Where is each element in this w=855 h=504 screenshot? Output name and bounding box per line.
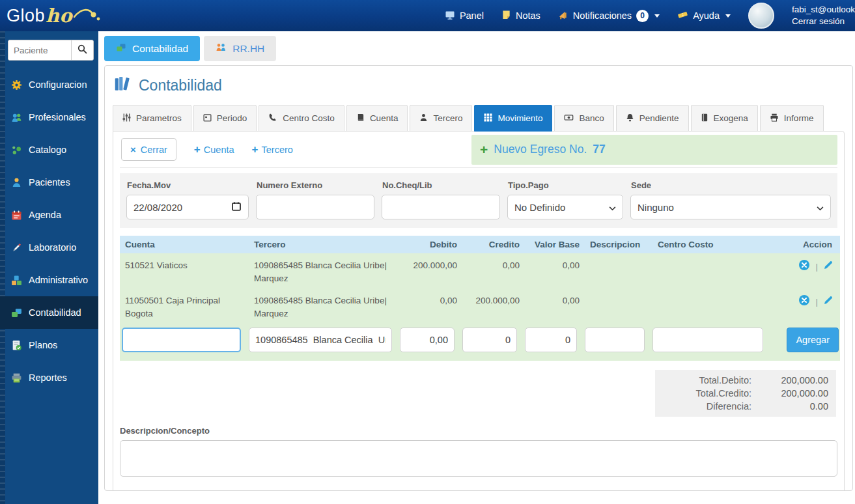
- tab-tercero[interactable]: Tercero: [410, 105, 472, 132]
- tab-parametros[interactable]: Parametros: [113, 105, 191, 132]
- new-centro-costo-input[interactable]: [652, 328, 763, 352]
- patient-search-button[interactable]: [71, 40, 93, 60]
- workspace-tab-contabilidad[interactable]: Contabilidad: [104, 36, 200, 61]
- page-title: Contabilidad: [114, 75, 845, 96]
- add-tercero-link[interactable]: + Tercero: [252, 143, 293, 156]
- remove-row-icon[interactable]: [798, 259, 810, 275]
- plus-icon: +: [480, 142, 488, 158]
- tab-exogena[interactable]: Exogena: [691, 105, 758, 132]
- new-credito-input[interactable]: [462, 328, 517, 352]
- grid-icon: [484, 113, 492, 124]
- table-row: 11050501 Caja Principal Bogota 109086548…: [120, 288, 840, 324]
- phone-icon: [268, 113, 277, 124]
- panel-link[interactable]: Panel: [445, 10, 484, 22]
- totals-box: Total.Debito: 200,000.00 Total.Credito: …: [655, 370, 836, 417]
- entries-table: Cuenta Tercero Debito Credito Valor Base…: [120, 236, 840, 361]
- catalog-dots-icon: [11, 145, 22, 156]
- col-credito: Credito: [462, 236, 525, 253]
- tab-informe[interactable]: Informe: [760, 105, 824, 132]
- new-valor-base-input[interactable]: [525, 328, 577, 352]
- book-icon: [356, 113, 365, 124]
- help-link[interactable]: Ayuda: [677, 10, 731, 21]
- new-cuenta-input[interactable]: [122, 328, 241, 352]
- new-descripcion-input[interactable]: [585, 328, 645, 352]
- new-tercero-input[interactable]: [249, 328, 392, 352]
- sidebar-item-catalogo[interactable]: Catalogo: [0, 133, 98, 166]
- notes-link[interactable]: Notas: [501, 10, 540, 21]
- avatar[interactable]: [748, 3, 774, 29]
- professionals-icon: [11, 112, 22, 123]
- calendar-icon: [203, 113, 212, 124]
- descripcion-concepto-textarea[interactable]: [120, 440, 837, 477]
- sidebar-item-agenda[interactable]: Agenda: [0, 199, 98, 231]
- notifications-badge: 0: [636, 10, 649, 22]
- tab-centro-costo[interactable]: Centro Costo: [259, 105, 344, 132]
- sidebar-item-pacientes[interactable]: Pacientes: [0, 166, 98, 199]
- new-debito-input[interactable]: [400, 328, 455, 352]
- field-cheq-lib: No.Cheq/Lib: [382, 178, 500, 219]
- tab-banco[interactable]: Banco: [554, 105, 613, 132]
- numero-externo-input[interactable]: [256, 195, 374, 219]
- agregar-button[interactable]: Agregar: [787, 328, 839, 352]
- remove-row-icon[interactable]: [798, 294, 810, 310]
- patient-icon: [11, 177, 22, 188]
- tipo-pago-select[interactable]: No Definido: [507, 195, 623, 219]
- books-icon: [114, 75, 132, 96]
- fecha-mov-input[interactable]: 22/08/2020: [126, 195, 249, 219]
- person-icon: [419, 113, 428, 124]
- notifications-icon: [558, 10, 568, 22]
- lab-pencil-icon: [11, 242, 22, 253]
- sidebar-item-planos[interactable]: Planos: [0, 329, 98, 361]
- calendar-picker-icon[interactable]: [231, 201, 242, 214]
- new-entry-row: Agregar: [120, 324, 840, 361]
- nuevo-egreso-banner[interactable]: + Nuevo Egreso No. 77: [471, 135, 837, 165]
- egreso-number: 77: [593, 143, 605, 156]
- entries-table-wrap: Cuenta Tercero Debito Credito Valor Base…: [120, 236, 837, 361]
- app-shell: Configuracion Profesionales Catalogo Pac…: [0, 31, 855, 504]
- col-tercero: Tercero: [249, 236, 400, 253]
- notes-icon: [501, 10, 511, 21]
- bell-icon: [626, 113, 634, 124]
- cheq-lib-input[interactable]: [382, 195, 500, 219]
- chevron-down-icon: [725, 14, 731, 18]
- sidebar-item-configuracion[interactable]: Configuracion: [0, 68, 98, 101]
- description-block: Descripcion/Concepto: [120, 426, 837, 479]
- tab-cuenta[interactable]: Cuenta: [346, 105, 408, 132]
- sidebar-item-reportes[interactable]: Reportes: [0, 361, 98, 394]
- workspace-tab-rrhh[interactable]: RR.HH: [204, 36, 276, 61]
- movement-form: Fecha.Mov 22/08/2020 Numero Externo No.C…: [120, 173, 837, 228]
- field-sede: Sede Ninguno: [630, 178, 831, 219]
- tab-movimiento[interactable]: Movimiento: [474, 105, 552, 132]
- col-accion: Accion: [771, 236, 840, 253]
- app-logo[interactable]: Globho: [7, 5, 124, 27]
- sidebar-item-administrativo[interactable]: Administrativo: [0, 264, 98, 296]
- content-card: Contabilidad Parametros Periodo Centro C…: [104, 65, 853, 491]
- user-email[interactable]: fabi_st@outlook: [792, 4, 855, 16]
- money-icon: [564, 113, 574, 124]
- edit-row-icon[interactable]: [823, 260, 834, 274]
- total-credito-row: Total.Credito: 200,000.00: [663, 387, 828, 400]
- add-cuenta-link[interactable]: + Cuenta: [194, 143, 234, 156]
- sidebar-item-profesionales[interactable]: Profesionales: [0, 101, 98, 133]
- tab-pendiente[interactable]: Pendiente: [616, 105, 689, 132]
- sidebar-item-contabilidad[interactable]: Contabilidad: [0, 296, 98, 329]
- search-icon: [77, 44, 87, 56]
- sede-select[interactable]: Ninguno: [630, 195, 831, 219]
- subtab-bar: Parametros Periodo Centro Costo Cuenta: [113, 105, 845, 132]
- logout-link[interactable]: Cerrar sesión: [792, 16, 855, 27]
- col-cuenta: Cuenta: [120, 236, 249, 253]
- notifications-link[interactable]: Notificaciones 0: [558, 10, 660, 22]
- tab-periodo[interactable]: Periodo: [193, 105, 257, 132]
- total-debito-row: Total.Debito: 200,000.00: [663, 374, 828, 387]
- patient-search-input[interactable]: [8, 40, 71, 60]
- edit-row-icon[interactable]: [823, 295, 834, 309]
- sidebar-item-laboratorio[interactable]: Laboratorio: [0, 231, 98, 264]
- chevron-down-icon: [817, 202, 824, 213]
- workspace-tabs: Contabilidad RR.HH: [104, 36, 853, 61]
- blocks-icon: [11, 275, 22, 286]
- col-debito: Debito: [400, 236, 462, 253]
- chevron-down-icon: [609, 202, 616, 213]
- logo-swoosh-icon: [74, 7, 101, 25]
- plus-icon: +: [194, 143, 201, 156]
- cerrar-button[interactable]: × Cerrar: [121, 138, 176, 161]
